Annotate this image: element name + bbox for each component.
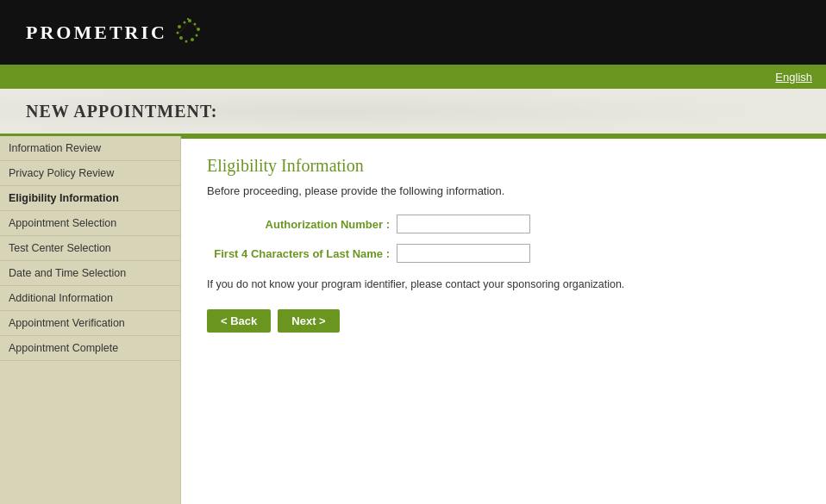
sidebar-item-information-review[interactable]: Information Review [0,136,180,161]
sidebar-item-appointment-complete[interactable]: Appointment Complete [0,336,180,361]
content-title: Eligibility Information [207,156,800,176]
header: PROMETRIC [0,0,826,65]
sidebar: Information Review Privacy Policy Review… [0,136,181,504]
logo-icon [171,14,205,51]
auth-number-label: Authorization Number : [207,218,397,231]
last-name-label: First 4 Characters of Last Name : [207,247,397,260]
language-link[interactable]: English [775,71,812,84]
logo-text: PROMETRIC [26,22,167,44]
next-button[interactable]: Next > [278,309,339,333]
content-area: Eligibility Information Before proceedin… [181,136,826,504]
banner-area: New Appointment: [0,89,826,136]
svg-point-7 [176,32,178,34]
main-layout: Information Review Privacy Policy Review… [0,136,826,504]
sidebar-item-additional-info[interactable]: Additional Information [0,286,180,311]
sidebar-item-eligibility[interactable]: Eligibility Information [0,186,180,211]
svg-point-5 [185,40,187,43]
svg-point-6 [179,36,183,40]
back-button[interactable]: < Back [207,309,271,333]
sidebar-item-test-center[interactable]: Test Center Selection [0,236,180,261]
svg-point-4 [191,38,194,41]
green-bar: English [0,65,826,89]
sidebar-item-date-time[interactable]: Date and Time Selection [0,261,180,286]
auth-number-row: Authorization Number : [207,215,800,233]
sidebar-item-privacy-policy[interactable]: Privacy Policy Review [0,161,180,186]
sidebar-item-appointment-verification[interactable]: Appointment Verification [0,311,180,336]
svg-line-11 [188,19,198,29]
sidebar-item-appointment-selection[interactable]: Appointment Selection [0,211,180,236]
svg-point-3 [195,34,197,37]
content-subtitle: Before proceeding, please provide the fo… [207,184,800,197]
last-name-row: First 4 Characters of Last Name : [207,244,800,263]
svg-point-9 [183,22,185,24]
button-row: < Back Next > [207,309,800,333]
auth-number-input[interactable] [397,215,530,233]
info-text: If you do not know your program identifi… [207,278,800,290]
last-name-input[interactable] [397,244,530,263]
page-title: New Appointment: [26,102,218,121]
svg-point-8 [178,25,181,28]
